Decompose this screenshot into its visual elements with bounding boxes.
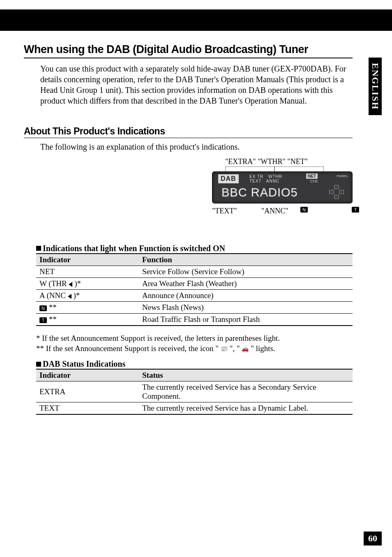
table-row: T ** Road Traffic Flash or Transport Fla…	[36, 314, 353, 326]
table-row: W (THR )* Area Weather Flash (Weather)	[36, 278, 353, 290]
cell-indicator: NET	[36, 266, 139, 278]
table-row: TEXT The currently received Service has …	[36, 402, 353, 415]
language-tab-label: ENGLISH	[370, 63, 380, 110]
lcd-pwrfl: PWRFL	[337, 174, 348, 178]
cell-function: Service Follow (Service Follow)	[139, 266, 353, 278]
cell-status: The currently received Service has a Sec…	[139, 381, 353, 402]
cell-status: The currently received Service has a Dyn…	[139, 402, 353, 415]
lcd-text: TEXT	[249, 179, 262, 183]
table1-header-function: Function	[139, 254, 353, 266]
label-text: "TEXT"	[212, 207, 237, 215]
display-top-labels: "EXTRA" "WTHR" "NET"	[225, 157, 308, 166]
dab-badge: DAB	[218, 174, 239, 183]
bullet-icon	[36, 246, 41, 251]
table2-header-status: Status	[139, 369, 353, 381]
top-black-bar	[0, 9, 392, 31]
lcd-extr: EX TR	[249, 174, 263, 179]
label-annc: "ANNC"	[261, 207, 288, 215]
cell-indicator: A (NNC )*	[36, 290, 139, 302]
n-icon: N	[39, 305, 47, 311]
status-table: Indicator Status EXTRA The currently rec…	[36, 369, 353, 415]
cell-function: News Flash (News)	[139, 302, 353, 314]
table2-header-indicator: Indicator	[36, 369, 139, 381]
page-number: 60	[364, 532, 382, 545]
cell-indicator: N **	[36, 302, 139, 314]
table-row: N ** News Flash (News)	[36, 302, 353, 314]
left-triangle-icon	[69, 282, 72, 287]
cell-indicator: EXTRA	[36, 381, 139, 402]
table-row: NET Service Follow (Service Follow)	[36, 266, 353, 278]
t-icon: T	[39, 317, 47, 323]
cell-indicator: T **	[36, 314, 139, 326]
lcd-indicator-row: EX TR WTHR TEXT ANNC	[249, 174, 286, 183]
page-title: When using the DAB (Digital Audio Broadc…	[24, 43, 353, 58]
table1-title: Indications that light when Function is …	[36, 244, 353, 253]
lcd-channel: CH5	[310, 179, 318, 183]
footnote-1: * If the set Announcement Support is rec…	[36, 333, 353, 344]
cell-function: Road Traffic Flash or Transport Flash	[139, 314, 353, 326]
lcd-display: DAB EX TR WTHR TEXT ANNC NET CH5 PWRFL B…	[212, 171, 353, 203]
table-row: A (NNC )* Announce (Announce)	[36, 290, 353, 302]
section-paragraph: The following is an explanation of this …	[40, 142, 353, 152]
bullet-icon	[36, 362, 41, 367]
language-tab: ENGLISH	[369, 58, 382, 115]
footnote-2: ** If the set Announcement Support is re…	[36, 344, 353, 354]
cell-indicator: TEXT	[36, 402, 139, 415]
lcd-right-icons	[319, 182, 349, 201]
lcd-station-name: BBC RADIO5	[221, 186, 298, 199]
lcd-net: NET	[306, 173, 318, 179]
table-row: EXTRA The currently received Service has…	[36, 381, 353, 402]
dpad-icon	[329, 185, 343, 199]
car-glyph-icon: 🚗	[242, 345, 249, 353]
lcd-annc: ANNC	[266, 179, 279, 183]
table2-title: DAB Status Indications	[36, 359, 353, 369]
news-glyph-icon: 📰	[221, 345, 228, 353]
table1-header-indicator: Indicator	[36, 254, 139, 266]
indicators-table: Indicator Function NET Service Follow (S…	[36, 253, 353, 326]
cell-function: Announce (Announce)	[139, 290, 353, 302]
intro-paragraph: You can use this product with a separate…	[40, 63, 353, 106]
cell-function: Area Weather Flash (Weather)	[139, 278, 353, 290]
display-diagram: "EXTRA" "WTHR" "NET" DAB EX TR WTHR TEXT…	[40, 157, 353, 231]
footnotes: * If the set Announcement Support is rec…	[36, 333, 353, 354]
lcd-wthr: WTHR	[268, 174, 282, 179]
left-triangle-icon	[68, 294, 71, 299]
page-content: When using the DAB (Digital Audio Broadc…	[24, 43, 353, 415]
cell-indicator: W (THR )*	[36, 278, 139, 290]
section-heading: About This Product's Indications	[24, 126, 353, 138]
